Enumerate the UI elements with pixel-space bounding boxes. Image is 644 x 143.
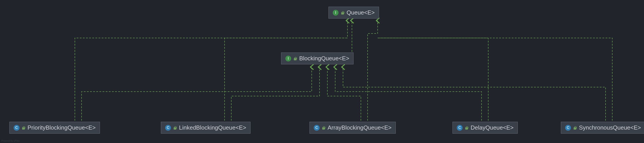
node-array-blocking-queue[interactable]: C ArrayBlockingQueue<E> (310, 122, 396, 134)
node-linked-blocking-queue[interactable]: C LinkedBlockingQueue<E> (161, 122, 250, 134)
edge-delay-queue (378, 38, 488, 121)
node-label: DelayQueue<E> (470, 124, 514, 131)
node-label: SynchronousQueue<E> (579, 124, 641, 131)
interface-icon: I (285, 56, 291, 62)
class-icon: C (565, 125, 571, 131)
edge-priority-queue (75, 20, 348, 121)
connector-layer (0, 0, 644, 143)
node-delay-queue[interactable]: C DelayQueue<E> (452, 122, 518, 134)
node-label: Queue<E> (346, 9, 375, 16)
class-icon: C (457, 125, 462, 131)
edge-array-queue (368, 20, 378, 121)
node-blocking-queue[interactable]: I BlockingQueue<E> (281, 52, 354, 64)
lock-icon (322, 126, 325, 130)
node-priority-blocking-queue[interactable]: C PriorityBlockingQueue<E> (10, 122, 100, 134)
node-label: ArrayBlockingQueue<E> (328, 124, 392, 131)
node-synchronous-queue[interactable]: C SynchronousQueue<E> (561, 122, 644, 134)
edge-linked-blocking (231, 67, 320, 121)
class-icon: C (314, 125, 320, 131)
class-icon: C (14, 125, 20, 131)
edge-sync-blocking (343, 67, 606, 121)
edge-priority-blocking (82, 67, 312, 121)
class-icon: C (165, 125, 171, 131)
edge-linked-queue (224, 38, 348, 121)
lock-icon (173, 126, 177, 130)
edge-sync-queue (378, 38, 612, 121)
lock-icon (465, 126, 468, 130)
edge-delay-blocking (335, 67, 482, 121)
node-label: PriorityBlockingQueue<E> (28, 124, 96, 131)
node-queue[interactable]: I Queue<E> (328, 7, 379, 18)
edge-array-blocking (327, 67, 361, 121)
lock-icon (341, 11, 344, 14)
lock-icon (573, 126, 577, 130)
lock-icon (294, 57, 297, 60)
lock-icon (22, 126, 25, 130)
interface-icon: I (333, 10, 338, 16)
node-label: LinkedBlockingQueue<E> (179, 124, 246, 131)
watermark-text: Powered by yFiles (1, 140, 20, 142)
node-label: BlockingQueue<E> (299, 55, 349, 62)
